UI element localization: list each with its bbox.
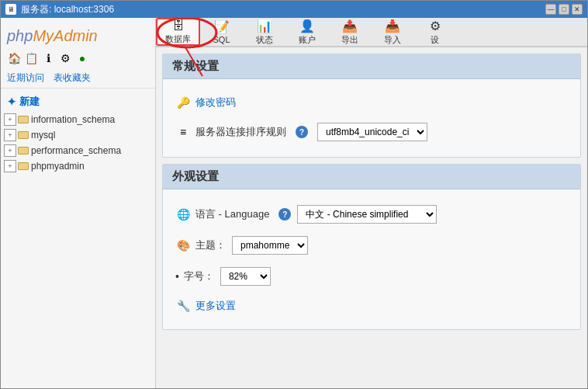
close-button[interactable]: ✕ — [572, 4, 583, 15]
db-name: mysql — [31, 130, 55, 141]
list-icon: ≡ — [175, 124, 191, 140]
recent-link[interactable]: 近期访问 — [7, 71, 44, 85]
logo-php: php — [7, 27, 33, 44]
theme-row: 🎨 主题： pmahomme original — [175, 230, 568, 261]
export-label: 导出 — [341, 34, 358, 46]
expand-icon[interactable]: + — [4, 129, 16, 141]
toolbar: 🗄 数据库 📝 SQL 📊 状态 👤 账户 📤 导出 — [156, 18, 587, 47]
language-select[interactable]: 中文 - Chinese simplified English — [297, 205, 437, 224]
change-password-row: 🔑 修改密码 — [175, 89, 568, 116]
appearance-settings-title: 外观设置 — [163, 165, 580, 189]
main-panel: 常规设置 🔑 修改密码 ≡ 服务器连接排序规则 ? — [156, 47, 587, 388]
content-wrapper: 🗄 数据库 📝 SQL 📊 状态 👤 账户 📤 导出 — [156, 18, 587, 388]
settings-tab[interactable]: ⚙ 设 — [413, 18, 456, 46]
db-mysql[interactable]: + mysql — [1, 127, 155, 143]
import-icon: 📥 — [385, 19, 400, 33]
more-settings-link[interactable]: 更多设置 — [195, 299, 236, 313]
sql-label: SQL — [213, 35, 230, 44]
status-label: 状态 — [256, 34, 273, 46]
bullet-icon: • — [175, 270, 179, 283]
logo-admin: Admin — [54, 27, 98, 44]
server-collation-select[interactable]: utf8mb4_unicode_ci utf8_general_ci latin… — [317, 123, 427, 141]
server-collation-row: ≡ 服务器连接排序规则 ? utf8mb4_unicode_ci utf8_ge… — [175, 116, 568, 148]
info-icon[interactable]: ℹ — [41, 51, 55, 65]
language-help-icon[interactable]: ? — [278, 208, 291, 221]
window-controls: — □ ✕ — [545, 4, 583, 15]
new-database-item[interactable]: ✦ 新建 — [1, 92, 155, 112]
logo-my: My — [33, 27, 54, 44]
expand-icon[interactable]: + — [4, 113, 16, 126]
appearance-settings-body: 🌐 语言 - Language ? 中文 - Chinese simplifie… — [163, 189, 580, 329]
key-icon: 🔑 — [175, 95, 191, 110]
export-tab[interactable]: 📤 导出 — [328, 18, 371, 46]
fontsize-select[interactable]: 82% 100% 120% — [220, 267, 271, 286]
general-settings-section: 常规设置 🔑 修改密码 ≡ 服务器连接排序规则 ? — [162, 54, 581, 158]
sql-icon: 📝 — [214, 19, 230, 34]
database-tab[interactable]: 🗄 数据库 — [156, 18, 200, 46]
import-label: 导入 — [384, 34, 401, 46]
settings-label: 设 — [431, 34, 439, 46]
globe-icon: 🌐 — [175, 207, 191, 222]
general-settings-body: 🔑 修改密码 ≡ 服务器连接排序规则 ? utf8mb4_unicode_ci … — [163, 79, 580, 157]
appearance-settings-section: 外观设置 🌐 语言 - Language ? 中文 - Chinese simp… — [162, 164, 581, 330]
change-password-link[interactable]: 修改密码 — [195, 96, 236, 109]
settings-icon: ⚙ — [430, 19, 441, 33]
database-icon: 🗄 — [172, 19, 185, 33]
titlebar-text: 服务器: localhost:3306 — [21, 3, 114, 16]
theme-select[interactable]: pmahomme original — [232, 236, 308, 255]
language-label: 语言 - Language — [195, 207, 269, 221]
status-tab[interactable]: 📊 状态 — [243, 18, 285, 46]
db-name: performance_schema — [31, 145, 121, 156]
status-icon: 📊 — [257, 19, 272, 33]
new-label: 新建 — [19, 95, 40, 109]
home-icon[interactable]: 🏠 — [7, 51, 21, 65]
fontsize-label: 字号： — [184, 269, 214, 283]
account-label: 账户 — [299, 34, 316, 46]
favorites-link[interactable]: 表收藏夹 — [54, 71, 91, 85]
window-icon: 🖥 — [5, 4, 16, 15]
sql-tab[interactable]: 📝 SQL — [200, 18, 243, 46]
sidebar: phpMyAdmin 🏠 📋 ℹ ⚙ ● 近期访问 表收藏夹 ✦ 新建 — [1, 18, 156, 388]
grid-icon[interactable]: 📋 — [24, 51, 38, 65]
theme-label: 主题： — [195, 238, 226, 252]
sidebar-tree: ✦ 新建 + information_schema + mysql + perf… — [1, 89, 155, 177]
minimize-button[interactable]: — — [545, 4, 556, 15]
account-icon: 👤 — [299, 19, 315, 33]
db-icon — [18, 162, 29, 170]
logo: phpMyAdmin — [1, 21, 155, 48]
expand-icon[interactable]: + — [4, 144, 16, 157]
export-icon: 📤 — [342, 19, 358, 33]
expand-icon[interactable]: + — [4, 160, 16, 172]
status-icon[interactable]: ● — [75, 51, 89, 65]
language-row: 🌐 语言 - Language ? 中文 - Chinese simplifie… — [175, 199, 568, 230]
db-performance-schema[interactable]: + performance_schema — [1, 143, 155, 158]
sidebar-icon-row: 🏠 📋 ℹ ⚙ ● — [1, 48, 155, 68]
db-name: phpmyadmin — [31, 161, 85, 172]
db-icon — [18, 131, 29, 139]
new-icon: ✦ — [7, 96, 16, 108]
database-label: 数据库 — [165, 33, 191, 45]
maximize-button[interactable]: □ — [559, 4, 569, 15]
wrench-icon: 🔧 — [175, 298, 191, 314]
more-settings-row: 🔧 更多设置 — [175, 292, 568, 320]
server-collation-label: 服务器连接排序规则 — [195, 125, 286, 139]
db-phpmyadmin[interactable]: + phpmyadmin — [1, 158, 155, 174]
fontsize-row: • 字号： 82% 100% 120% — [175, 261, 568, 292]
db-information-schema[interactable]: + information_schema — [1, 112, 155, 127]
gear-icon[interactable]: ⚙ — [58, 51, 72, 65]
collation-help-icon[interactable]: ? — [296, 126, 308, 138]
db-icon — [18, 116, 29, 123]
account-tab[interactable]: 👤 账户 — [285, 18, 328, 46]
general-settings-title: 常规设置 — [163, 54, 580, 79]
db-icon — [18, 147, 29, 155]
db-name: information_schema — [31, 114, 115, 125]
sidebar-nav: 近期访问 表收藏夹 — [1, 68, 155, 89]
import-tab[interactable]: 📥 导入 — [371, 18, 413, 46]
theme-icon: 🎨 — [175, 238, 191, 253]
